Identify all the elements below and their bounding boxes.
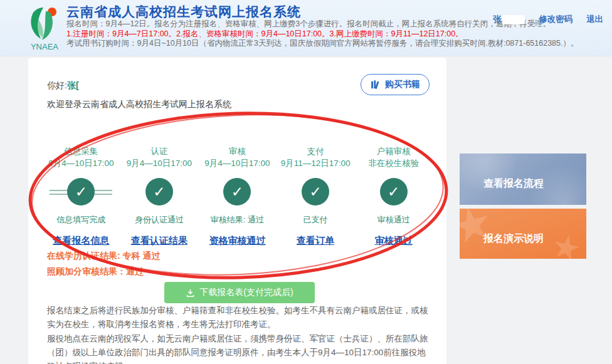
download-form-label: 下载报名表(支付完成后) (199, 287, 293, 298)
check-icon: ✓ (153, 184, 165, 200)
step-status: 信息填写完成 (42, 214, 120, 226)
step-time: 9月4—10日17:00 (120, 157, 199, 169)
step-info-collection: 信息采集 9月4—10日17:00 ✓ 信息填写完成 查看报名信息 (42, 145, 120, 247)
check-icon: ✓ (309, 184, 321, 200)
step-time: 9月4—10日17:00 (42, 157, 120, 169)
review-passed-link[interactable]: 审核通过 (375, 235, 413, 247)
download-icon (186, 288, 195, 298)
page-title: 云南省成人高校招生考试网上报名系统 (66, 3, 301, 21)
check-circle-icon: ✓ (223, 178, 251, 205)
step-time: 非在校生核验 (354, 157, 433, 169)
step-title: 认证 (120, 145, 199, 157)
buy-books-label: 购买书籍 (385, 79, 420, 90)
view-registration-flow-card[interactable]: 查看报名流程 (460, 153, 586, 205)
registration-stepper: 信息采集 9月4—10日17:00 ✓ 信息填写完成 查看报名信息 认证 9月4… (42, 145, 433, 247)
welcome-text: 欢迎登录云南省成人高校招生考试网上报名系统 (47, 99, 231, 110)
step-title: 支付 (277, 145, 355, 157)
buy-books-button[interactable]: 购买书籍 (361, 74, 430, 95)
greeting-prefix: 你好: (47, 80, 67, 90)
check-circle-icon: ✓ (302, 178, 329, 205)
notice-paragraph-1: 报名结束之后将进行民族加分审核、户籍筛查和非在校生校验。如考生不具有云南户籍或居… (47, 304, 430, 332)
star-decoration-icon: ★ (549, 226, 585, 259)
education-verify-result: 在线学历认证结果: 专科 通过 (47, 251, 160, 262)
notice-line-3: 考试用书订购时间：9月4日~10月10日（省内物流正常3天到达，国庆放假期间官方… (66, 39, 578, 49)
notice-line-2: 1.注册时间：9月4—7日17:00。2.报名、资格审核时间：9月4—10日17… (66, 29, 578, 39)
check-icon: ✓ (75, 184, 87, 200)
page: YNAEA 云南省成人高校招生考试网上报名系统 报名时间：9月4—12日。报名分… (0, 0, 612, 364)
view-auth-result-link[interactable]: 查看认证结果 (131, 235, 187, 247)
registration-demo-card[interactable]: ★ ★ 报名演示说明 (460, 209, 586, 259)
step-authentication: 认证 9月4—10日17:00 ✓ 身份认证通过 查看认证结果 (120, 145, 199, 247)
greeting-name: 张[ (67, 80, 79, 90)
change-password-link[interactable]: 修改密码 (539, 14, 572, 24)
view-order-link[interactable]: 查看订单 (297, 235, 334, 247)
registration-demo-label: 报名演示说明 (483, 232, 544, 246)
view-registration-flow-label: 查看报名流程 (483, 177, 544, 190)
step-household-review: 户籍审核 非在校生核验 ✓ 审核通过 审核通过 (354, 145, 433, 247)
view-registration-info-link[interactable]: 查看报名信息 (53, 235, 109, 247)
greeting: 你好:张[ (47, 80, 105, 91)
step-status: 审核结果: 通过 (198, 214, 277, 226)
check-icon: ✓ (231, 184, 243, 200)
qualification-passed-link[interactable]: 资格审核通过 (209, 235, 265, 247)
step-title: 审核 (198, 145, 277, 157)
bonus-review-result: 照顾加分审核结果：通过 (47, 266, 144, 278)
svg-text:YNAEA: YNAEA (31, 42, 58, 51)
notice-paragraph-2: 服役地点在云南的现役军人，如无云南户籍或居住证，须携带身份证、军官证（士兵证）、… (47, 332, 430, 364)
step-payment: 支付 9月11—12日17:00 ✓ 已支付 查看订单 (277, 145, 355, 247)
step-status: 审核通过 (354, 214, 433, 226)
redacted-name (502, 15, 525, 24)
step-title: 户籍审核 (354, 145, 433, 157)
books-icon (370, 80, 381, 90)
check-circle-icon: ✓ (67, 178, 95, 205)
check-circle-icon: ✓ (145, 178, 173, 205)
step-status: 已支付 (277, 214, 355, 226)
logout-link[interactable]: 退出 (586, 14, 603, 24)
step-status: 身份认证通过 (120, 214, 199, 226)
user-bar: 张 修改密码 退出 (493, 14, 603, 25)
ynaea-logo-icon: YNAEA (20, 4, 69, 53)
bottom-notices: 报名结束之后将进行民族加分审核、户籍筛查和非在校生校验。如考生不具有云南户籍或居… (47, 304, 430, 364)
step-review: 审核 9月4—10日17:00 ✓ 审核结果: 通过 资格审核通过 (198, 145, 277, 247)
user-name: 张 (493, 14, 525, 24)
logo: YNAEA (20, 4, 69, 53)
step-title: 信息采集 (42, 145, 120, 157)
step-time: 9月11—12日17:00 (277, 157, 355, 169)
main-panel: 你好:张[ 欢迎登录云南省成人高校招生考试网上报名系统 购买书籍 信息采集 9月… (28, 58, 446, 364)
download-form-button[interactable]: 下载报名表(支付完成后) (164, 282, 315, 303)
header: YNAEA 云南省成人高校招生考试网上报名系统 报名时间：9月4—12日。报名分… (0, 0, 612, 56)
redacted-name (80, 81, 105, 91)
check-circle-icon: ✓ (380, 178, 408, 205)
check-icon: ✓ (388, 184, 399, 200)
step-time: 9月4—10日17:00 (198, 157, 277, 169)
